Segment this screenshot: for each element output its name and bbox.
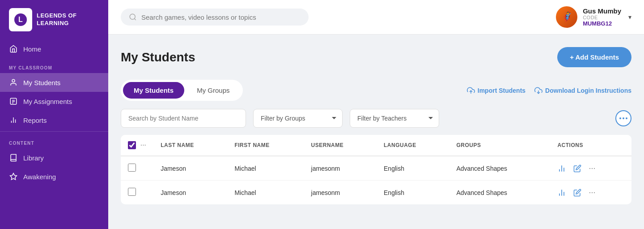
- row-more-icon-0[interactable]: ···: [589, 164, 595, 173]
- col-groups: GROUPS: [449, 135, 550, 156]
- more-options-button[interactable]: [615, 110, 631, 126]
- import-students-link[interactable]: Import Students: [467, 86, 525, 95]
- user-code-value: MUMBG12: [583, 20, 621, 27]
- row-first-name: Michael: [227, 156, 304, 181]
- students-table: ··· LAST NAME FIRST NAME USERNAME LANGUA…: [121, 135, 631, 204]
- col-language: LANGUAGE: [377, 135, 449, 156]
- sidebar-item-reports[interactable]: Reports: [0, 111, 108, 130]
- row-checkbox-cell: [121, 156, 153, 181]
- tab-my-groups[interactable]: My Groups: [186, 82, 240, 99]
- section-content-label: CONTENT: [0, 134, 108, 148]
- col-first-name: FIRST NAME: [227, 135, 304, 156]
- tab-my-students[interactable]: My Students: [123, 82, 184, 99]
- filter-teachers-select[interactable]: Filter by Teachers: [350, 109, 439, 128]
- library-label: Library: [23, 154, 44, 162]
- table-body: Jameson Michael jamesonm English Advance…: [121, 156, 631, 204]
- col-last-name: LAST NAME: [153, 135, 227, 156]
- user-name: Gus Mumby: [583, 7, 621, 15]
- sidebar-item-my-students[interactable]: My Students: [0, 73, 108, 92]
- row-actions-cell: ···: [550, 181, 631, 205]
- student-search-input[interactable]: [121, 109, 246, 128]
- row-more-icon-1[interactable]: ···: [589, 188, 595, 197]
- awakening-label: Awakening: [23, 173, 56, 181]
- svg-point-17: [626, 117, 627, 119]
- row-checkbox-1[interactable]: [128, 188, 136, 196]
- global-search-bar[interactable]: [121, 9, 309, 26]
- avatar: 🦸: [556, 6, 577, 28]
- svg-point-2: [12, 79, 15, 82]
- svg-marker-10: [10, 173, 17, 180]
- user-info: Gus Mumby CODE MUMBG12: [583, 7, 621, 27]
- add-students-button[interactable]: + Add Students: [557, 47, 631, 67]
- user-code-label: CODE: [583, 15, 621, 20]
- reports-icon: [9, 116, 18, 125]
- row-groups: Advanced Shapes: [449, 181, 550, 205]
- download-login-label: Download Login Instructions: [545, 87, 631, 94]
- sidebar-divider: [0, 131, 108, 132]
- topbar: 🦸 Gus Mumby CODE MUMBG12 ▾: [108, 0, 644, 35]
- edit-icon-0[interactable]: [573, 164, 581, 173]
- edit-icon-1[interactable]: [573, 189, 581, 197]
- svg-line-12: [134, 18, 136, 20]
- col-username: USERNAME: [304, 135, 377, 156]
- sidebar-item-home[interactable]: Home: [0, 39, 108, 58]
- select-all-checkbox[interactable]: [128, 141, 136, 149]
- awakening-icon: [9, 172, 18, 181]
- chart-icon-1[interactable]: [557, 188, 566, 197]
- my-students-icon: [9, 78, 18, 87]
- import-icon: [467, 86, 475, 95]
- chevron-down-icon: ▾: [628, 13, 631, 21]
- row-language: English: [377, 181, 449, 205]
- content-area: My Students + Add Students My Students M…: [108, 35, 644, 229]
- col-actions: ACTIONS: [550, 135, 631, 156]
- logo-icon: L: [9, 8, 32, 31]
- sidebar-item-my-assignments[interactable]: My Assignments: [0, 92, 108, 111]
- download-login-link[interactable]: Download Login Instructions: [534, 86, 631, 95]
- row-last-name: Jameson: [153, 181, 227, 205]
- main-content: 🦸 Gus Mumby CODE MUMBG12 ▾ My Students +…: [108, 0, 644, 229]
- svg-point-11: [130, 14, 135, 19]
- row-last-name: Jameson: [153, 156, 227, 181]
- row-checkbox-0[interactable]: [128, 164, 136, 172]
- home-label: Home: [23, 45, 41, 53]
- sidebar-item-library[interactable]: Library: [0, 148, 108, 167]
- page-title: My Students: [121, 50, 195, 65]
- sidebar: L LEGENDS OF LEARNING Home MY CLASSROOM …: [0, 0, 108, 229]
- row-language: English: [377, 156, 449, 181]
- svg-point-16: [623, 117, 624, 119]
- sidebar-item-awakening[interactable]: Awakening: [0, 167, 108, 186]
- row-groups: Advanced Shapes: [449, 156, 550, 181]
- user-profile[interactable]: 🦸 Gus Mumby CODE MUMBG12 ▾: [556, 6, 631, 28]
- home-icon: [9, 44, 18, 53]
- tabs-container: My Students My Groups: [121, 80, 243, 101]
- ellipsis-icon: [619, 117, 627, 119]
- sidebar-logo: L LEGENDS OF LEARNING: [0, 0, 108, 39]
- chart-icon-0[interactable]: [557, 164, 566, 173]
- svg-text:L: L: [18, 16, 23, 23]
- filter-groups-select[interactable]: Filter by Groups: [253, 109, 343, 128]
- library-icon: [9, 153, 18, 162]
- row-first-name: Michael: [227, 181, 304, 205]
- logo-text: LEGENDS OF LEARNING: [37, 12, 77, 27]
- tabs-actions: Import Students Download Login Instructi…: [467, 86, 631, 95]
- tabs-bar: My Students My Groups Import Students Do…: [121, 80, 631, 101]
- row-actions-cell: ···: [550, 156, 631, 181]
- download-icon: [534, 86, 542, 95]
- students-table-container: ··· LAST NAME FIRST NAME USERNAME LANGUA…: [121, 135, 631, 204]
- global-search-input[interactable]: [141, 13, 301, 21]
- header-checkbox-cell: ···: [121, 135, 153, 156]
- section-classroom-label: MY CLASSROOM: [0, 58, 108, 73]
- search-icon: [129, 13, 137, 21]
- svg-point-15: [619, 117, 621, 119]
- page-header: My Students + Add Students: [121, 47, 631, 67]
- header-dots: ···: [140, 142, 146, 149]
- row-checkbox-cell: [121, 181, 153, 205]
- table-header-row: ··· LAST NAME FIRST NAME USERNAME LANGUA…: [121, 135, 631, 156]
- filters-row: Filter by Groups Filter by Teachers: [121, 109, 631, 128]
- reports-label: Reports: [23, 117, 47, 124]
- table-row: Jameson Michael jamesonm English Advance…: [121, 181, 631, 205]
- import-students-label: Import Students: [478, 87, 525, 94]
- my-students-label: My Students: [23, 79, 60, 86]
- my-assignments-label: My Assignments: [23, 98, 72, 105]
- row-username: jamesonm: [304, 156, 377, 181]
